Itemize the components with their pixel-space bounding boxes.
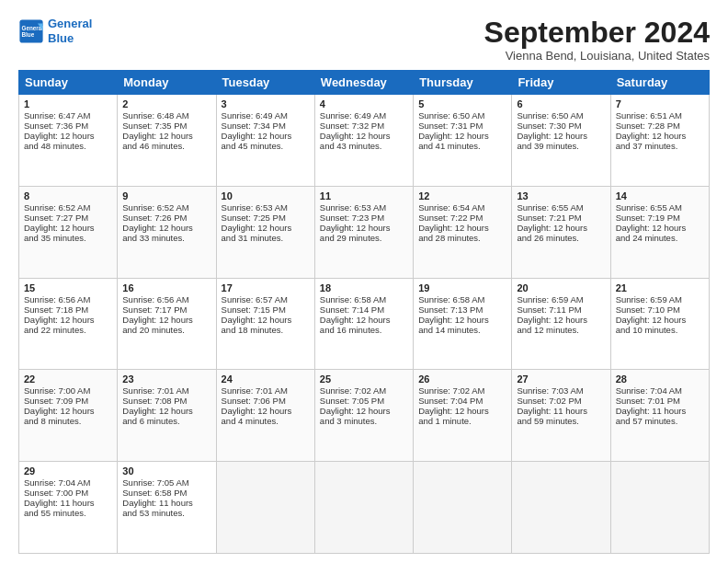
- day-cell-6: 6Sunrise: 6:50 AMSunset: 7:30 PMDaylight…: [512, 95, 610, 187]
- day-info-line: Sunset: 7:14 PM: [320, 304, 408, 315]
- day-info-line: Sunrise: 6:54 AM: [418, 202, 506, 213]
- day-info-line: and 20 minutes.: [122, 325, 210, 335]
- day-cell-10: 10Sunrise: 6:53 AMSunset: 7:25 PMDayligh…: [216, 186, 314, 278]
- day-info-line: Sunset: 7:08 PM: [122, 396, 210, 406]
- week-row-5: 29Sunrise: 7:04 AMSunset: 7:00 PMDayligh…: [19, 462, 710, 554]
- day-info-line: Sunrise: 6:48 AM: [122, 110, 210, 121]
- day-info-line: Daylight: 12 hours: [24, 131, 112, 141]
- day-info-line: Daylight: 12 hours: [122, 223, 210, 233]
- day-info-line: Sunset: 7:22 PM: [418, 213, 506, 223]
- day-info-line: and 55 minutes.: [24, 508, 112, 518]
- day-info-line: Daylight: 12 hours: [320, 223, 408, 233]
- day-info-line: Sunrise: 6:55 AM: [517, 202, 605, 213]
- day-info-line: Daylight: 11 hours: [122, 498, 210, 508]
- day-info-line: Sunrise: 7:00 AM: [24, 385, 112, 396]
- day-info-line: Sunrise: 6:55 AM: [616, 202, 704, 213]
- day-info-line: Sunrise: 6:51 AM: [616, 110, 704, 121]
- day-number: 1: [24, 98, 112, 109]
- day-cell-7: 7Sunrise: 6:51 AMSunset: 7:28 PMDaylight…: [610, 95, 709, 187]
- day-info-line: Sunrise: 7:01 AM: [122, 385, 210, 396]
- day-cell-15: 15Sunrise: 6:56 AMSunset: 7:18 PMDayligh…: [19, 278, 118, 370]
- day-number: 14: [616, 190, 704, 201]
- day-info-line: and 33 minutes.: [122, 233, 210, 243]
- day-info-line: Sunset: 7:15 PM: [222, 304, 310, 315]
- day-info-line: Daylight: 12 hours: [24, 406, 112, 416]
- day-info-line: Sunrise: 6:57 AM: [222, 294, 310, 304]
- day-info-line: and 59 minutes.: [517, 416, 605, 426]
- day-cell-18: 18Sunrise: 6:58 AMSunset: 7:14 PMDayligh…: [314, 278, 413, 370]
- day-info-line: and 28 minutes.: [418, 233, 506, 243]
- day-info-line: Daylight: 12 hours: [122, 315, 210, 325]
- day-info-line: Daylight: 12 hours: [222, 131, 310, 141]
- day-info-line: Daylight: 12 hours: [222, 315, 310, 325]
- location: Vienna Bend, Louisiana, United States: [484, 49, 710, 63]
- day-number: 9: [122, 190, 210, 201]
- day-info-line: Sunset: 7:10 PM: [616, 304, 704, 315]
- day-info-line: Sunset: 7:13 PM: [418, 304, 506, 315]
- empty-cell: [512, 462, 610, 554]
- day-info-line: Sunrise: 6:56 AM: [122, 294, 210, 304]
- empty-cell: [216, 462, 314, 554]
- day-info-line: Daylight: 12 hours: [320, 315, 408, 325]
- day-info-line: and 26 minutes.: [517, 233, 605, 243]
- day-number: 30: [122, 465, 210, 477]
- day-info-line: Sunset: 7:04 PM: [418, 396, 506, 406]
- day-info-line: Sunset: 7:19 PM: [616, 213, 704, 223]
- day-info-line: Daylight: 12 hours: [517, 315, 605, 325]
- day-info-line: Sunrise: 7:01 AM: [222, 385, 310, 396]
- day-info-line: Sunset: 7:25 PM: [222, 213, 310, 223]
- day-number: 29: [24, 465, 112, 477]
- day-number: 2: [122, 98, 210, 109]
- day-info-line: Sunrise: 6:50 AM: [418, 110, 506, 121]
- day-cell-12: 12Sunrise: 6:54 AMSunset: 7:22 PMDayligh…: [414, 186, 512, 278]
- day-info-line: and 35 minutes.: [24, 233, 112, 243]
- day-cell-30: 30Sunrise: 7:05 AMSunset: 6:58 PMDayligh…: [118, 462, 216, 554]
- day-number: 13: [517, 190, 605, 201]
- day-cell-29: 29Sunrise: 7:04 AMSunset: 7:00 PMDayligh…: [19, 462, 118, 554]
- day-number: 10: [222, 190, 310, 201]
- day-info-line: Daylight: 12 hours: [616, 223, 704, 233]
- day-info-line: Sunset: 7:28 PM: [616, 121, 704, 131]
- empty-cell: [414, 462, 512, 554]
- logo: General Blue General Blue: [18, 17, 92, 45]
- day-number: 21: [616, 282, 704, 293]
- day-info-line: and 4 minutes.: [222, 416, 310, 426]
- day-info-line: Daylight: 12 hours: [122, 406, 210, 416]
- day-cell-13: 13Sunrise: 6:55 AMSunset: 7:21 PMDayligh…: [512, 186, 610, 278]
- day-number: 5: [418, 98, 506, 109]
- svg-text:Blue: Blue: [22, 31, 35, 38]
- day-cell-16: 16Sunrise: 6:56 AMSunset: 7:17 PMDayligh…: [118, 278, 216, 370]
- day-cell-17: 17Sunrise: 6:57 AMSunset: 7:15 PMDayligh…: [216, 278, 314, 370]
- empty-cell: [610, 462, 709, 554]
- day-info-line: Daylight: 11 hours: [24, 498, 112, 508]
- col-header-wednesday: Wednesday: [314, 71, 413, 95]
- day-info-line: Sunset: 7:09 PM: [24, 396, 112, 406]
- day-info-line: Sunrise: 6:53 AM: [222, 202, 310, 213]
- day-info-line: Sunrise: 7:02 AM: [320, 385, 408, 396]
- day-info-line: Sunrise: 7:04 AM: [24, 477, 112, 488]
- day-number: 6: [517, 98, 605, 109]
- day-cell-4: 4Sunrise: 6:49 AMSunset: 7:32 PMDaylight…: [314, 95, 413, 187]
- day-info-line: and 24 minutes.: [616, 233, 704, 243]
- day-info-line: Daylight: 12 hours: [418, 131, 506, 141]
- day-cell-9: 9Sunrise: 6:52 AMSunset: 7:26 PMDaylight…: [118, 186, 216, 278]
- day-info-line: Daylight: 12 hours: [517, 131, 605, 141]
- day-info-line: Sunrise: 6:52 AM: [122, 202, 210, 213]
- day-info-line: Sunrise: 6:59 AM: [517, 294, 605, 304]
- day-info-line: Sunrise: 6:49 AM: [222, 110, 310, 121]
- day-info-line: Sunset: 7:27 PM: [24, 213, 112, 223]
- day-number: 18: [320, 282, 408, 293]
- day-number: 20: [517, 282, 605, 293]
- calendar: SundayMondayTuesdayWednesdayThursdayFrid…: [18, 70, 710, 554]
- day-cell-24: 24Sunrise: 7:01 AMSunset: 7:06 PMDayligh…: [216, 370, 314, 462]
- week-row-4: 22Sunrise: 7:00 AMSunset: 7:09 PMDayligh…: [19, 370, 710, 462]
- day-number: 25: [320, 373, 408, 385]
- day-info-line: Sunset: 7:05 PM: [320, 396, 408, 406]
- day-number: 7: [616, 98, 704, 109]
- day-info-line: Daylight: 11 hours: [517, 406, 605, 416]
- day-info-line: and 57 minutes.: [616, 416, 704, 426]
- day-info-line: Daylight: 12 hours: [222, 406, 310, 416]
- day-info-line: and 46 minutes.: [122, 141, 210, 151]
- day-info-line: Sunrise: 6:56 AM: [24, 294, 112, 304]
- day-info-line: Sunrise: 6:58 AM: [418, 294, 506, 304]
